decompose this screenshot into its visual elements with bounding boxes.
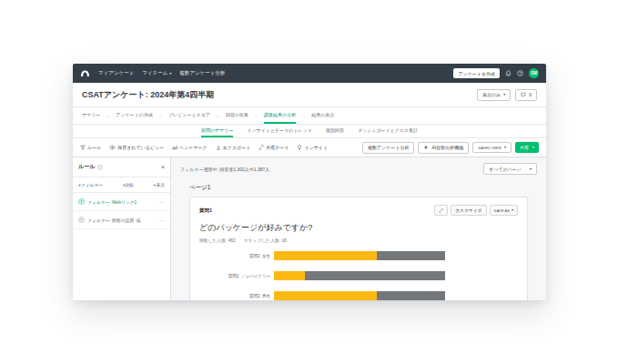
title-bar: CSATアンケート: 2024年第4四半期 表示のみ ▾ 0	[73, 83, 546, 107]
save-as-dropdown[interactable]: SAVE AS ▾	[490, 205, 518, 216]
comment-count: 0	[529, 92, 532, 97]
topnav-right-group: アンケートを作成 ? SM	[453, 68, 539, 78]
step-preview-score[interactable]: プレビューとスコア	[168, 107, 210, 124]
add-filter-link[interactable]: +フィルター	[78, 182, 103, 187]
stacked-bar-chart: 質問2: 女性 質問2: ノンバイナリー	[199, 251, 518, 300]
tool-shared-data[interactable]: 共有データ	[258, 145, 289, 150]
notifications-bell-icon[interactable]	[505, 70, 512, 76]
step-summary[interactable]: サマリー	[82, 107, 100, 124]
question-title: どのパッケージが好みですか?	[199, 222, 518, 234]
multi-survey-analysis-button[interactable]: 複数アンケート分析	[362, 142, 414, 154]
chart-bar-row: 質問2: ノンバイナリー	[199, 271, 518, 280]
nav-my-team[interactable]: マイチーム ▾	[142, 70, 171, 76]
bar-track[interactable]	[274, 251, 445, 260]
info-icon[interactable]: i	[97, 165, 103, 170]
caret-down-icon: ▾	[169, 72, 171, 76]
filter-status-text: フィルター適用中: 回答者1,302人中1,387人	[180, 167, 269, 172]
bar-track[interactable]	[274, 291, 445, 300]
share-link-icon	[258, 145, 264, 150]
customize-label: カスタマイズ	[455, 207, 481, 213]
rules-sidebar-header: ルール i ×	[73, 157, 170, 177]
tool-saved-views[interactable]: 保存されているビュー	[109, 145, 164, 150]
filter-funnel-icon	[80, 145, 86, 150]
save-as-label: SAVE AS	[494, 208, 510, 213]
bar-segment-yellow[interactable]	[274, 251, 377, 260]
link-icon	[439, 208, 443, 213]
step-separator: →	[158, 107, 163, 124]
tool-benchmark[interactable]: ベンチマーク	[172, 145, 208, 150]
caret-down-icon: ▾	[530, 167, 532, 171]
skipped-count: スキップした人数: 18	[244, 238, 287, 243]
share-split-button[interactable]: 共有 ▾	[515, 142, 539, 153]
bar-segment-yellow[interactable]	[274, 271, 305, 280]
step-design-survey[interactable]: アンケートの作成	[116, 107, 153, 124]
nav-multi-survey-analysis[interactable]: 複数アンケート分析	[179, 70, 225, 76]
tool-export[interactable]: エクスポート	[216, 145, 251, 150]
step-present-results[interactable]: 結果の表示	[311, 107, 334, 124]
tab-insights-data-trends[interactable]: インサイトとデータのトレンド	[247, 125, 312, 137]
rule-filter-icon	[78, 198, 85, 205]
content-area: ルール i × +フィルター +比較 +表示 フィルター: Webリンク1 …	[73, 157, 546, 300]
toolbar-right-group: 複数アンケート分析 AI自動分析機能 SAVED VIEW ▾ 共有 ▾	[362, 142, 539, 154]
bar-segment-gray[interactable]	[377, 291, 445, 300]
question-number: 質問1	[199, 207, 212, 214]
rule-add-actions: +フィルター +比較 +表示	[73, 177, 170, 193]
avatar[interactable]: SM	[529, 68, 539, 78]
close-icon[interactable]: ×	[161, 164, 165, 170]
bar-segment-yellow[interactable]	[274, 291, 377, 300]
results-header-row: フィルター適用中: 回答者1,302人中1,387人 すべてのページ ▾	[180, 163, 537, 175]
export-download-icon	[216, 145, 221, 150]
bar-category-label: 質問2: ノンバイナリー	[199, 274, 270, 278]
ai-analysis-label: AI自動分析機能	[431, 145, 463, 150]
answered-count: 回答した人数: 482	[199, 238, 236, 243]
step-separator: →	[254, 107, 258, 124]
tab-question-summaries[interactable]: 質問のサマリー	[201, 125, 233, 137]
analyze-toolbar: ルール 保存されているビュー ベンチマーク エクスポート 共有データ	[73, 138, 546, 157]
pages-dropdown-label: すべてのページ	[489, 167, 522, 172]
rule-item-weblink-filter[interactable]: フィルター: Webリンク1 …	[73, 193, 170, 211]
analyze-subnav: 質問のサマリー インサイトとデータのトレンド 個別回答 ダッシュボードとクロス集…	[73, 125, 546, 138]
customize-button[interactable]: カスタマイズ	[451, 205, 486, 216]
saved-view-dropdown[interactable]: SAVED VIEW ▾	[472, 142, 512, 153]
nav-my-surveys[interactable]: マイアンケート	[98, 70, 134, 76]
tool-saved-views-label: 保存されているビュー	[117, 145, 164, 150]
rules-title: ルール	[78, 163, 95, 171]
comments-button[interactable]: 0	[515, 89, 537, 101]
question-card: 質問1 カスタマイズ SAVE AS ▾	[189, 197, 528, 300]
step-analyze-results[interactable]: 調査結果の分析	[264, 107, 296, 124]
step-separator: →	[301, 107, 306, 124]
question-link-button[interactable]	[434, 205, 448, 216]
bar-category-label: 質問2: 男性	[199, 294, 270, 298]
question-meta: 回答した人数: 482 スキップした人数: 18	[199, 238, 518, 243]
step-collect-responses[interactable]: 回答の収集	[226, 107, 248, 124]
caret-down-icon: ▾	[503, 93, 505, 96]
tool-rules[interactable]: ルール	[80, 145, 101, 150]
rule-item-quality-filter[interactable]: フィルター: 回答の品質: 低 …	[73, 211, 170, 229]
rule-menu-ellipsis-icon[interactable]: …	[159, 200, 165, 203]
create-survey-button[interactable]: アンケートを作成	[453, 68, 500, 78]
bar-track[interactable]	[274, 271, 445, 280]
share-button-label: 共有	[520, 145, 529, 150]
pages-dropdown[interactable]: すべてのページ ▾	[483, 163, 537, 175]
bar-segment-gray[interactable]	[377, 251, 445, 260]
rules-sidebar: ルール i × +フィルター +比較 +表示 フィルター: Webリンク1 …	[73, 157, 171, 300]
step-separator: →	[216, 107, 220, 124]
nav-my-team-label: マイチーム	[142, 70, 167, 76]
tool-rules-label: ルール	[87, 145, 101, 150]
app-window: マイアンケート マイチーム ▾ 複数アンケート分析 アンケートを作成 ? SM …	[73, 64, 546, 300]
tab-dashboards-crosstabs[interactable]: ダッシュボードとクロス集計	[358, 125, 418, 137]
tab-individual-responses[interactable]: 個別回答	[326, 125, 344, 137]
rule-menu-ellipsis-icon[interactable]: …	[159, 218, 165, 221]
chart-bar-row: 質問2: 女性	[199, 251, 518, 260]
bar-category-label: 質問2: 女性	[199, 254, 270, 258]
help-icon[interactable]: ?	[517, 70, 523, 76]
add-compare-link[interactable]: +比較	[123, 182, 134, 187]
add-show-link[interactable]: +表示	[154, 182, 165, 187]
question-card-actions: カスタマイズ SAVE AS ▾	[434, 205, 518, 216]
view-only-dropdown[interactable]: 表示のみ ▾	[477, 89, 511, 101]
surveymonkey-logo[interactable]	[80, 69, 90, 77]
tool-insights[interactable]: インサイト	[297, 145, 328, 150]
ai-analysis-button[interactable]: AI自動分析機能	[418, 142, 469, 154]
rule-label: フィルター: 回答の品質: 低	[87, 217, 141, 223]
bar-segment-gray[interactable]	[305, 271, 445, 280]
